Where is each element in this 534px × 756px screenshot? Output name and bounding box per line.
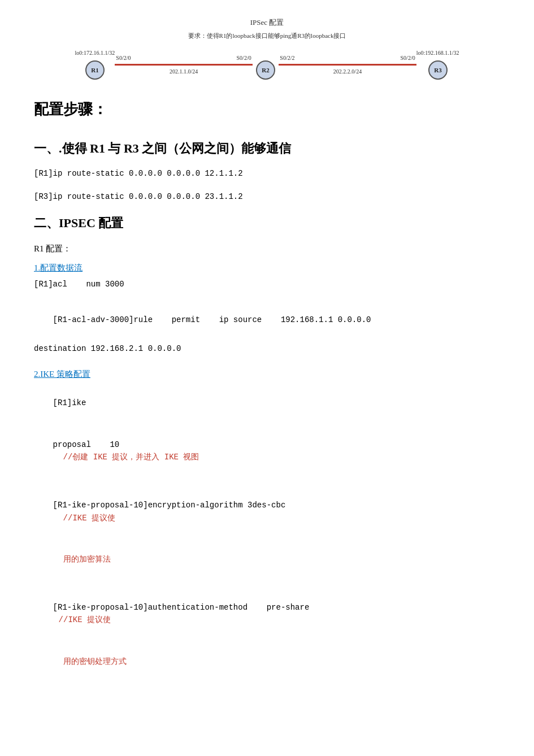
- step3-comment1-continued: 用的加密算法: [34, 540, 500, 578]
- section1-code2: [R3]ip route-static 0.0.0.0 0.0.0.0 23.1…: [34, 190, 500, 203]
- step2-comment1: //创建 IKE 提议，并进入 IKE 视图: [53, 451, 199, 463]
- config-steps-heading: 配置步骤：: [34, 98, 500, 121]
- link-r1-r2-subnet: 202.1.1.0/24: [170, 67, 198, 76]
- r3-lo-ip: lo0:192.168.1.1/32: [416, 49, 459, 58]
- step1-code2b: destination 192.168.2.1 0.0.0.0: [34, 342, 500, 355]
- step1-link[interactable]: 1.配置数据流: [34, 261, 500, 275]
- step4-code1: [R1-ike-proposal-10]authentication-metho…: [34, 589, 500, 640]
- diagram-section: IPSec 配置 要求：使得R1的loopback接口能够ping通R3的loo…: [34, 11, 500, 81]
- step3-comment1-cont: 用的加密算法: [53, 553, 111, 566]
- r2-s0-right-label: S0/2/2: [280, 54, 294, 63]
- main-content: 配置步骤： 一、.使得 R1 与 R3 之间（公网之间）能够通信 [R1]ip …: [34, 98, 500, 680]
- section2-heading: 二、IPSEC 配置: [34, 213, 500, 233]
- diagram-subtitle: 要求：使得R1的loopback接口能够ping通R3的loopback接口: [34, 31, 500, 41]
- step1-code2-text: [R1-acl-adv-3000]rule permit ip source 1…: [53, 315, 371, 324]
- section1-heading: 一、.使得 R1 与 R3 之间（公网之间）能够通信: [34, 138, 500, 158]
- router-r2-icon: R2: [255, 59, 276, 81]
- router-r3-icon: R3: [427, 59, 449, 81]
- step1-code2: [R1-acl-adv-3000]rule permit ip source 1…: [34, 301, 500, 339]
- svg-text:R1: R1: [91, 67, 98, 73]
- step2-code1: [R1]ike: [34, 384, 500, 422]
- svg-text:R2: R2: [262, 67, 270, 73]
- router-r1-block: lo0:172.16.1.1/32 R1: [75, 49, 115, 81]
- diagram-title: IPSec 配置: [34, 17, 500, 29]
- network-topology: lo0:172.16.1.1/32 R1 S0/2/0 S0/2/0 202.1…: [75, 49, 459, 81]
- step4-comment1-inline: //IKE 提议使: [59, 615, 111, 624]
- link-r2-r3-line: [279, 64, 416, 66]
- router-r3-block: lo0:192.168.1.1/32 R3: [416, 49, 459, 81]
- link-r1-r2-top-labels: S0/2/0 S0/2/0: [115, 54, 252, 63]
- step2-link[interactable]: 2.IKE 策略配置: [34, 367, 500, 381]
- step3-code1: [R1-ike-proposal-10]encryption-algorithm…: [34, 486, 500, 537]
- r1-s0-label: S0/2/0: [116, 54, 131, 63]
- router-r2-block: placeholder R2: [253, 49, 279, 81]
- svg-text:R3: R3: [434, 67, 442, 73]
- r1-lo-ip: lo0:172.16.1.1/32: [75, 49, 115, 58]
- step4-comment1-continued: 用的密钥处理方式: [34, 642, 500, 680]
- step2-code2: proposal 10 //创建 IKE 提议，并进入 IKE 视图: [34, 425, 500, 476]
- link-r2-r3-top-labels: S0/2/2 S0/2/0: [279, 54, 416, 63]
- section1-code1: [R1]ip route-static 0.0.0.0 0.0.0.0 12.1…: [34, 167, 500, 180]
- router-r1-icon: R1: [84, 59, 106, 81]
- link-r2-r3-subnet: 202.2.2.0/24: [333, 67, 362, 76]
- r1-config-label: R1 配置：: [34, 242, 500, 255]
- r2-s0-left-label: S0/2/0: [237, 54, 251, 63]
- link-r1-r2: S0/2/0 S0/2/0 202.1.1.0/24: [115, 54, 252, 76]
- link-r2-r3: S0/2/2 S0/2/0 202.2.2.0/24: [279, 54, 416, 76]
- link-r1-r2-line: [115, 64, 252, 66]
- step3-comment1-inline: //IKE 提议使: [63, 514, 115, 523]
- r3-s0-label: S0/2/0: [401, 54, 415, 63]
- step4-comment1-cont: 用的密钥处理方式: [53, 655, 127, 668]
- step1-code1: [R1]acl num 3000: [34, 278, 500, 290]
